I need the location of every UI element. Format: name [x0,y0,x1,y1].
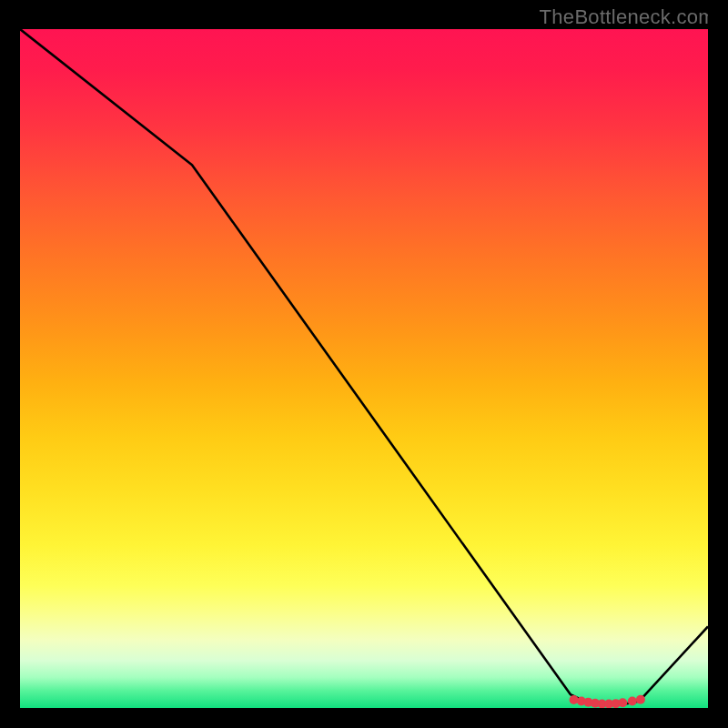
marker-dot [570,695,579,704]
frame-left [0,0,20,728]
curve-path [20,29,708,704]
marker-dot [628,697,637,706]
marker-cluster [570,695,645,708]
frame-bottom [0,708,728,728]
marker-dot [636,695,645,704]
attribution-label: TheBottleneck.com [540,5,715,29]
frame-right [708,0,728,728]
chart-overlay [20,29,708,708]
curve-line [20,29,708,704]
marker-dot [618,698,627,707]
